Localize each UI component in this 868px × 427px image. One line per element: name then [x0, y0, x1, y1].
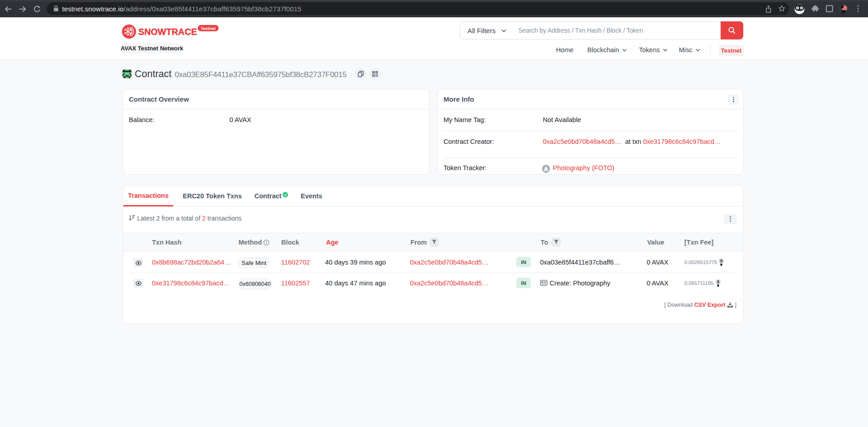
svg-text:$: $: [720, 259, 722, 263]
svg-text:$: $: [717, 280, 719, 284]
